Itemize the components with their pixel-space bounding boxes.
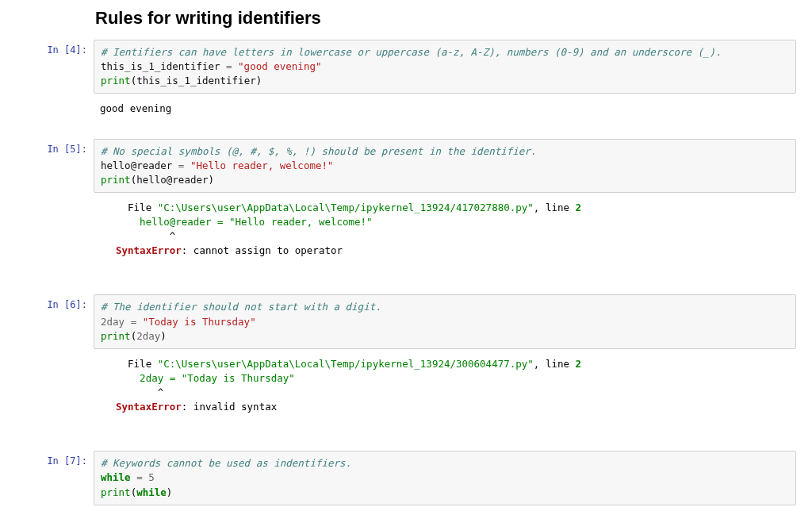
- stderr-output: File "C:\Users\user\AppData\Local\Temp/i…: [94, 196, 796, 263]
- traceback-text: File "C:\Users\user\AppData\Local\Temp/i…: [116, 201, 790, 259]
- code-cell: In [4]: # Ientifiers can have letters in…: [16, 40, 796, 94]
- notebook-page: Rules for writing identifiers In [4]: # …: [0, 8, 812, 507]
- code-input[interactable]: # Ientifiers can have letters in lowerca…: [94, 40, 796, 94]
- code-editor[interactable]: # No special symbols (@, #, $, %, !) sho…: [101, 144, 789, 187]
- code-input[interactable]: # Keywords cannot be used as indentifier…: [94, 451, 796, 505]
- code-editor[interactable]: # The identifier should not start with a…: [101, 300, 789, 343]
- code-cell: In [5]: # No special symbols (@, #, $, %…: [16, 139, 796, 193]
- output-cell: . File "C:\Users\user\AppData\Local\Temp…: [16, 352, 796, 420]
- output-cell: . good evening: [16, 97, 796, 121]
- stderr-output: File "C:\Users\user\AppData\Local\Temp/i…: [94, 352, 796, 420]
- input-prompt: In [7]:: [16, 451, 94, 467]
- page-title: Rules for writing identifiers: [95, 8, 796, 29]
- code-editor[interactable]: # Ientifiers can have letters in lowerca…: [101, 45, 789, 88]
- code-input[interactable]: # No special symbols (@, #, $, %, !) sho…: [94, 139, 796, 193]
- output-prompt: .: [16, 196, 94, 212]
- stdout-text: good evening: [100, 102, 790, 116]
- output-prompt: .: [16, 97, 94, 113]
- traceback-text: File "C:\Users\user\AppData\Local\Temp/i…: [116, 357, 790, 415]
- output-prompt: .: [16, 352, 94, 368]
- input-prompt: In [4]:: [16, 40, 94, 56]
- code-cell: In [7]: # Keywords cannot be used as ind…: [16, 451, 796, 505]
- code-cell: In [6]: # The identifier should not star…: [16, 294, 796, 348]
- output-cell: . File "C:\Users\user\AppData\Local\Temp…: [16, 196, 796, 263]
- code-editor[interactable]: # Keywords cannot be used as indentifier…: [101, 456, 789, 499]
- input-prompt: In [5]:: [16, 139, 94, 155]
- stdout-output: good evening: [94, 97, 796, 121]
- input-prompt: In [6]:: [16, 294, 94, 310]
- code-input[interactable]: # The identifier should not start with a…: [94, 294, 796, 348]
